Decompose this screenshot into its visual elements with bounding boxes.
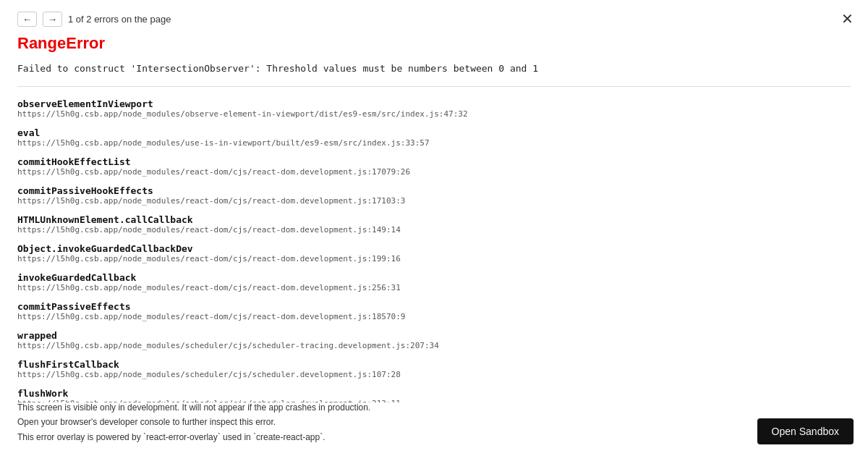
footer-text: This screen is visible only in developme… <box>17 400 370 444</box>
stack-url: https://l5h0g.csb.app/node_modules/react… <box>17 225 851 235</box>
stack-url: https://l5h0g.csb.app/node_modules/obser… <box>17 109 851 119</box>
nav-row: ← → 1 of 2 errors on the page <box>17 12 851 27</box>
stack-fn: eval <box>17 127 851 138</box>
stack-fn: flushWork <box>17 388 851 399</box>
next-error-button[interactable]: → <box>43 12 62 27</box>
stack-url: https://l5h0g.csb.app/node_modules/react… <box>17 283 851 292</box>
footer-line-1: This screen is visible only in developme… <box>17 400 370 415</box>
stack-frame: HTMLUnknownElement.callCallbackhttps://l… <box>17 214 851 235</box>
stack-frame: Object.invokeGuardedCallbackDevhttps://l… <box>17 243 851 263</box>
stack-url: https://l5h0g.csb.app/node_modules/sched… <box>17 370 851 379</box>
stack-fn: commitHookEffectList <box>17 156 851 167</box>
stack-url: https://l5h0g.csb.app/node_modules/react… <box>17 196 851 206</box>
stack-fn: commitPassiveHookEffects <box>17 185 851 196</box>
stack-fn: Object.invokeGuardedCallbackDev <box>17 243 851 254</box>
stack-fn: invokeGuardedCallback <box>17 272 851 283</box>
stack-frame: flushFirstCallbackhttps://l5h0g.csb.app/… <box>17 359 851 379</box>
stack-frame: commitPassiveEffectshttps://l5h0g.csb.ap… <box>17 301 851 321</box>
stack-fn: commitPassiveEffects <box>17 301 851 312</box>
stack-frame: commitPassiveHookEffectshttps://l5h0g.cs… <box>17 185 851 206</box>
stack-fn: HTMLUnknownElement.callCallback <box>17 214 851 225</box>
stack-frame: wrappedhttps://l5h0g.csb.app/node_module… <box>17 330 851 350</box>
stack-url: https://l5h0g.csb.app/node_modules/sched… <box>17 341 851 350</box>
stack-url: https://l5h0g.csb.app/node_modules/react… <box>17 167 851 177</box>
error-title: RangeError <box>17 34 851 53</box>
error-message: Failed to construct 'IntersectionObserve… <box>17 62 851 76</box>
error-overlay: ✕ ← → 1 of 2 errors on the page RangeErr… <box>0 0 868 456</box>
stack-url: https://l5h0g.csb.app/node_modules/react… <box>17 254 851 263</box>
stack-fn: observeElementInViewport <box>17 98 851 109</box>
stack-url: https://l5h0g.csb.app/node_modules/use-i… <box>17 138 851 148</box>
stack-url: https://l5h0g.csb.app/node_modules/react… <box>17 312 851 321</box>
divider <box>17 86 851 87</box>
close-button[interactable]: ✕ <box>841 12 854 26</box>
open-sandbox-button[interactable]: Open Sandbox <box>757 418 854 444</box>
stack-frame: invokeGuardedCallbackhttps://l5h0g.csb.a… <box>17 272 851 292</box>
stack-frame: observeElementInViewporthttps://l5h0g.cs… <box>17 98 851 119</box>
stack-container: observeElementInViewporthttps://l5h0g.cs… <box>17 98 851 402</box>
stack-frame: evalhttps://l5h0g.csb.app/node_modules/u… <box>17 127 851 148</box>
error-counter: 1 of 2 errors on the page <box>68 14 171 25</box>
footer-line-3: This error overlay is powered by `react-… <box>17 430 370 444</box>
stack-frame: commitHookEffectListhttps://l5h0g.csb.ap… <box>17 156 851 177</box>
stack-fn: wrapped <box>17 330 851 341</box>
stack-fn: flushFirstCallback <box>17 359 851 370</box>
footer-line-2: Open your browser's developer console to… <box>17 415 370 429</box>
prev-error-button[interactable]: ← <box>17 12 37 27</box>
